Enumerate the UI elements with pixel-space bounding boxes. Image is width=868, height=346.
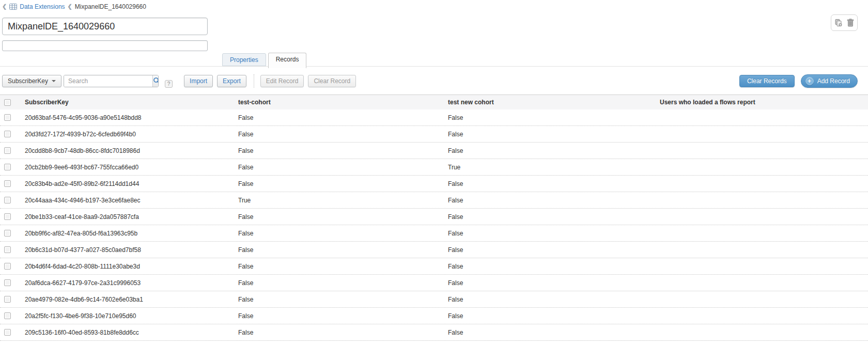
- export-button[interactable]: Export: [217, 75, 246, 87]
- test-new-cohort-cell: True: [447, 164, 659, 171]
- clear-records-button[interactable]: Clear Records: [739, 75, 795, 87]
- back-chevron-icon[interactable]: ❮: [2, 3, 7, 10]
- breadcrumb-data-extensions-link[interactable]: Data Extensions: [20, 3, 65, 10]
- data-extension-grid-icon: [9, 4, 17, 10]
- table-row: 20b4d6f4-6dad-4c20-808b-1111e30abe3d Fal…: [0, 258, 868, 275]
- table-row: 20c83b4b-ad2e-45f0-89b2-6f2114dd1d44 Fal…: [0, 176, 868, 192]
- test-new-cohort-cell: False: [447, 197, 659, 204]
- row-checkbox[interactable]: [4, 296, 11, 303]
- test-cohort-cell: False: [237, 147, 447, 154]
- test-new-cohort-cell: False: [447, 213, 659, 221]
- test-cohort-cell: False: [237, 312, 447, 320]
- add-record-button[interactable]: + Add Record: [801, 74, 858, 88]
- subscriber-key-cell: 20cb2bb9-9ee6-493f-bc67-755fcca66ed0: [24, 164, 237, 171]
- edit-record-button[interactable]: Edit Record: [260, 75, 304, 87]
- select-all-checkbox[interactable]: [4, 99, 11, 106]
- table-row: 20bb9f6c-af82-47ea-805d-f6a13963c95b Fal…: [0, 225, 868, 242]
- test-cohort-cell: False: [237, 213, 447, 221]
- import-button[interactable]: Import: [184, 75, 213, 87]
- add-record-label: Add Record: [817, 77, 850, 85]
- de-external-key-input[interactable]: [2, 40, 208, 51]
- chevron-down-icon: [52, 80, 56, 82]
- table-body: 20d63baf-5476-4c95-9036-a90e5148bdd8 Fal…: [0, 109, 868, 341]
- test-cohort-cell: False: [237, 164, 447, 171]
- search-box: [64, 75, 159, 87]
- test-new-cohort-cell: False: [447, 131, 659, 138]
- records-toolbar: SubscriberKey ? Import Export Edit Recor…: [0, 67, 868, 89]
- row-checkbox[interactable]: [4, 114, 11, 121]
- subscriber-key-cell: 20d63baf-5476-4c95-9036-a90e5148bdd8: [24, 114, 237, 121]
- test-cohort-cell: True: [237, 197, 447, 204]
- subscriber-key-cell: 20b6c31d-b07d-4377-a027-85c0aed7bf58: [24, 246, 237, 254]
- clear-record-button[interactable]: Clear Record: [308, 75, 356, 87]
- test-new-cohort-cell: False: [447, 147, 659, 154]
- column-header-subscriberkey[interactable]: SubscriberKey: [24, 99, 237, 106]
- test-cohort-cell: False: [237, 279, 447, 287]
- search-button[interactable]: [152, 75, 159, 87]
- test-new-cohort-cell: False: [447, 180, 659, 187]
- test-cohort-cell: False: [237, 263, 447, 270]
- test-cohort-cell: False: [237, 230, 447, 237]
- breadcrumb-current-item: MixpanelDE_1640029660: [75, 3, 146, 10]
- row-checkbox[interactable]: [4, 197, 11, 203]
- plus-icon: +: [805, 77, 814, 85]
- row-checkbox[interactable]: [4, 230, 11, 237]
- table-row: 20a2f5fc-f130-4be6-9f38-10e710e95d60 Fal…: [0, 308, 868, 324]
- subscriber-key-cell: 20ae4979-082e-4db6-9c14-7602e6e03ba1: [24, 296, 237, 303]
- subscriber-key-cell: 20af6dca-6627-4179-97ce-2a31c9996053: [24, 279, 237, 287]
- table-row: 20d63baf-5476-4c95-9036-a90e5148bdd8 Fal…: [0, 109, 868, 126]
- test-cohort-cell: False: [237, 329, 447, 336]
- table-row: 209c5136-16f0-40ed-8593-81b8fe8dd6cc Fal…: [0, 324, 868, 341]
- table-row: 20ae4979-082e-4db6-9c14-7602e6e03ba1 Fal…: [0, 291, 868, 308]
- header-actions-box: [831, 14, 858, 31]
- table-header-row: SubscriberKey test-cohort test new cohor…: [0, 95, 868, 109]
- test-cohort-cell: False: [237, 114, 447, 121]
- subscriber-key-cell: 20be1b33-ceaf-41ce-8aa9-2da057887cfa: [24, 213, 237, 221]
- subscriber-key-cell: 20d3fd27-172f-4939-b72c-6cfedb69f4b0: [24, 131, 237, 138]
- header-area: Properties Records: [0, 10, 868, 66]
- row-checkbox[interactable]: [4, 263, 11, 270]
- trash-icon[interactable]: [847, 19, 854, 27]
- subscriber-key-cell: 20cdd8b8-9cb7-48db-86cc-8fdc7018986d: [24, 147, 237, 154]
- subscriber-key-cell: 20c83b4b-ad2e-45f0-89b2-6f2114dd1d44: [24, 180, 237, 187]
- subscriber-key-cell: 209c5136-16f0-40ed-8593-81b8fe8dd6cc: [24, 329, 237, 336]
- table-row: 20cb2bb9-9ee6-493f-bc67-755fcca66ed0 Fal…: [0, 159, 868, 176]
- row-checkbox[interactable]: [4, 131, 11, 137]
- row-checkbox[interactable]: [4, 279, 11, 286]
- de-name-input[interactable]: [2, 18, 208, 35]
- row-checkbox[interactable]: [4, 147, 11, 154]
- search-input[interactable]: [64, 75, 152, 87]
- tab-records[interactable]: Records: [268, 53, 307, 68]
- row-checkbox[interactable]: [4, 213, 11, 220]
- tab-properties[interactable]: Properties: [222, 53, 266, 66]
- test-new-cohort-cell: False: [447, 230, 659, 237]
- table-row: 20b6c31d-b07d-4377-a027-85c0aed7bf58 Fal…: [0, 242, 868, 258]
- column-header-test-new-cohort[interactable]: test new cohort: [447, 99, 659, 106]
- column-header-users-flows-report[interactable]: Users who loaded a flows report: [659, 99, 868, 106]
- table-row: 20d3fd27-172f-4939-b72c-6cfedb69f4b0 Fal…: [0, 126, 868, 143]
- toolbar-divider: [254, 74, 254, 88]
- test-new-cohort-cell: False: [447, 312, 659, 320]
- test-new-cohort-cell: False: [447, 114, 659, 121]
- search-field-selector-label: SubscriberKey: [8, 77, 48, 85]
- breadcrumb-separator-icon: ❮: [68, 3, 72, 10]
- copy-icon[interactable]: [834, 19, 843, 27]
- column-header-test-cohort[interactable]: test-cohort: [237, 99, 447, 106]
- row-checkbox[interactable]: [4, 246, 11, 253]
- subscriber-key-cell: 20a2f5fc-f130-4be6-9f38-10e710e95d60: [24, 312, 237, 320]
- row-checkbox[interactable]: [4, 329, 11, 336]
- help-icon[interactable]: ?: [165, 80, 173, 88]
- row-checkbox[interactable]: [4, 164, 11, 170]
- test-new-cohort-cell: False: [447, 279, 659, 287]
- row-checkbox[interactable]: [4, 180, 11, 187]
- test-new-cohort-cell: False: [447, 263, 659, 270]
- search-field-selector[interactable]: SubscriberKey: [2, 75, 61, 87]
- subscriber-key-cell: 20bb9f6c-af82-47ea-805d-f6a13963c95b: [24, 230, 237, 237]
- table-row: 20be1b33-ceaf-41ce-8aa9-2da057887cfa Fal…: [0, 209, 868, 225]
- test-cohort-cell: False: [237, 246, 447, 254]
- test-new-cohort-cell: False: [447, 246, 659, 254]
- row-checkbox[interactable]: [4, 312, 11, 319]
- subscriber-key-cell: 20c44aaa-434c-4946-b197-3e3ce6fae8ec: [24, 197, 237, 204]
- records-table: SubscriberKey test-cohort test new cohor…: [0, 95, 868, 341]
- breadcrumb: ❮ Data Extensions ❮ MixpanelDE_164002966…: [0, 0, 868, 10]
